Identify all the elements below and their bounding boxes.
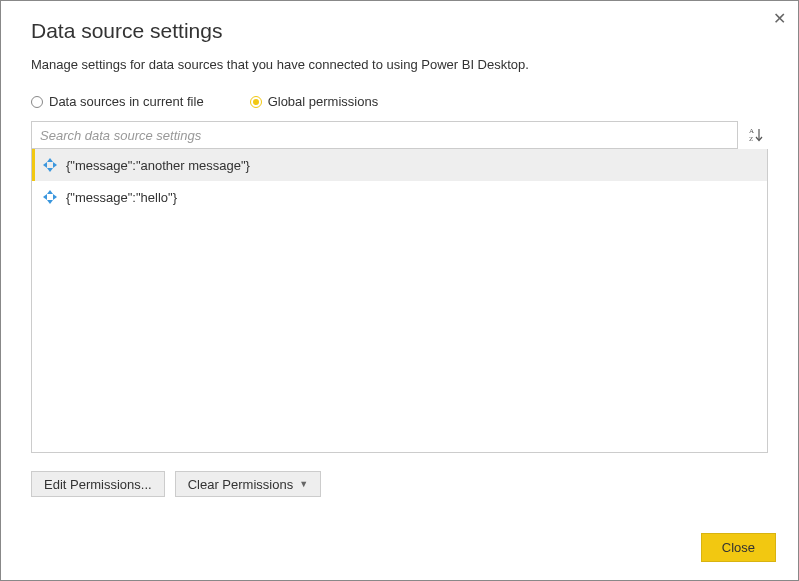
- edit-permissions-button[interactable]: Edit Permissions...: [31, 471, 165, 497]
- svg-text:Z: Z: [749, 135, 753, 143]
- svg-marker-8: [47, 200, 53, 204]
- close-icon[interactable]: ✕: [773, 9, 786, 28]
- button-label: Edit Permissions...: [44, 477, 152, 492]
- page-subtitle: Manage settings for data sources that yo…: [31, 57, 768, 72]
- list-item-label: {"message":"another message"}: [66, 158, 250, 173]
- svg-marker-6: [53, 162, 57, 168]
- list-item[interactable]: {"message":"another message"}: [32, 149, 767, 181]
- svg-marker-5: [43, 162, 47, 168]
- footer-actions: Edit Permissions... Clear Permissions ▼: [31, 471, 768, 497]
- data-source-settings-dialog: ✕ Data source settings Manage settings f…: [0, 0, 799, 581]
- svg-marker-4: [47, 168, 53, 172]
- radio-current-file[interactable]: Data sources in current file: [31, 94, 204, 109]
- close-button[interactable]: Close: [701, 533, 776, 562]
- data-source-icon: [42, 157, 58, 173]
- radio-label: Global permissions: [268, 94, 379, 109]
- radio-global-permissions[interactable]: Global permissions: [250, 94, 379, 109]
- clear-permissions-button[interactable]: Clear Permissions ▼: [175, 471, 321, 497]
- data-source-icon: [42, 189, 58, 205]
- page-title: Data source settings: [31, 19, 768, 43]
- svg-marker-9: [43, 194, 47, 200]
- scope-radio-group: Data sources in current file Global perm…: [31, 94, 768, 109]
- radio-label: Data sources in current file: [49, 94, 204, 109]
- sort-az-icon: A Z: [748, 126, 764, 144]
- button-label: Clear Permissions: [188, 477, 293, 492]
- search-input[interactable]: [31, 121, 738, 149]
- radio-icon: [250, 96, 262, 108]
- chevron-down-icon: ▼: [299, 479, 308, 489]
- svg-marker-3: [47, 158, 53, 162]
- list-item[interactable]: {"message":"hello"}: [32, 181, 767, 213]
- sort-button[interactable]: A Z: [744, 121, 768, 149]
- svg-marker-7: [47, 190, 53, 194]
- data-source-list: {"message":"another message"} {"message"…: [31, 149, 768, 453]
- svg-marker-10: [53, 194, 57, 200]
- list-item-label: {"message":"hello"}: [66, 190, 177, 205]
- radio-icon: [31, 96, 43, 108]
- svg-text:A: A: [749, 127, 754, 135]
